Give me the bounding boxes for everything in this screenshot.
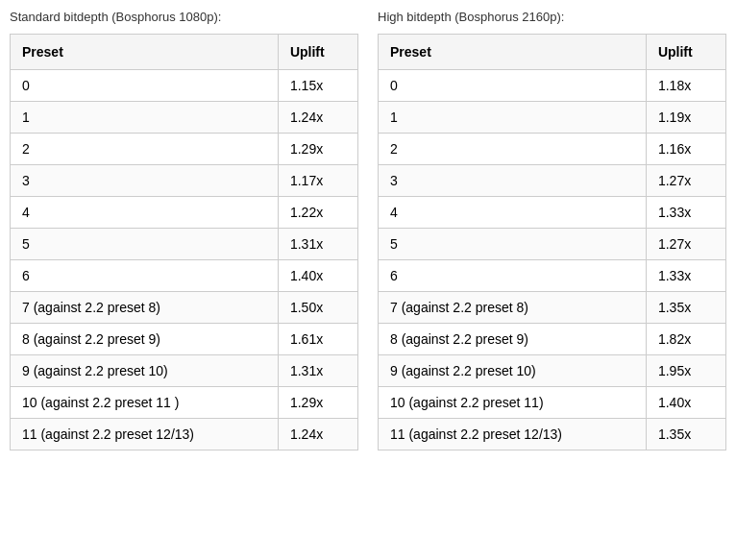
uplift-cell: 1.27x bbox=[646, 229, 725, 260]
table-row: 21.16x bbox=[379, 134, 726, 165]
preset-cell: 5 bbox=[11, 229, 279, 260]
preset-cell: 10 (against 2.2 preset 11) bbox=[379, 387, 647, 419]
uplift-cell: 1.82x bbox=[646, 324, 725, 355]
table-row: 31.17x bbox=[11, 165, 358, 197]
preset-cell: 4 bbox=[379, 197, 647, 229]
right-uplift-header: Uplift bbox=[646, 35, 725, 70]
preset-cell: 6 bbox=[11, 260, 279, 292]
preset-cell: 7 (against 2.2 preset 8) bbox=[379, 292, 647, 324]
preset-cell: 10 (against 2.2 preset 11 ) bbox=[11, 387, 279, 419]
table-row: 11.24x bbox=[11, 102, 358, 134]
left-table: Preset Uplift 01.15x11.24x21.29x31.17x41… bbox=[10, 34, 358, 450]
preset-cell: 2 bbox=[379, 134, 647, 165]
preset-cell: 2 bbox=[11, 134, 279, 165]
table-row: 10 (against 2.2 preset 11 )1.29x bbox=[11, 387, 358, 419]
right-table-section: High bitdepth (Bosphorus 2160p): Preset … bbox=[378, 10, 726, 450]
table-row: 8 (against 2.2 preset 9)1.61x bbox=[11, 324, 358, 355]
uplift-cell: 1.24x bbox=[278, 419, 357, 450]
table-row: 7 (against 2.2 preset 8)1.50x bbox=[11, 292, 358, 324]
uplift-cell: 1.50x bbox=[278, 292, 357, 324]
preset-cell: 8 (against 2.2 preset 9) bbox=[11, 324, 279, 355]
table-row: 61.40x bbox=[11, 260, 358, 292]
uplift-cell: 1.22x bbox=[278, 197, 357, 229]
left-table-section: Standard bitdepth (Bosphorus 1080p): Pre… bbox=[10, 10, 358, 450]
preset-cell: 9 (against 2.2 preset 10) bbox=[11, 355, 279, 387]
preset-cell: 11 (against 2.2 preset 12/13) bbox=[379, 419, 647, 450]
right-preset-header: Preset bbox=[379, 35, 647, 70]
table-row: 10 (against 2.2 preset 11)1.40x bbox=[379, 387, 726, 419]
table-row: 21.29x bbox=[11, 134, 358, 165]
uplift-cell: 1.19x bbox=[646, 102, 725, 134]
table-row: 41.33x bbox=[379, 197, 726, 229]
uplift-cell: 1.31x bbox=[278, 229, 357, 260]
page-container: Standard bitdepth (Bosphorus 1080p): Pre… bbox=[10, 10, 726, 450]
preset-cell: 6 bbox=[379, 260, 647, 292]
preset-cell: 3 bbox=[379, 165, 647, 197]
uplift-cell: 1.61x bbox=[278, 324, 357, 355]
uplift-cell: 1.24x bbox=[278, 102, 357, 134]
preset-cell: 4 bbox=[11, 197, 279, 229]
table-row: 9 (against 2.2 preset 10)1.95x bbox=[379, 355, 726, 387]
uplift-cell: 1.95x bbox=[646, 355, 725, 387]
uplift-cell: 1.40x bbox=[278, 260, 357, 292]
preset-cell: 7 (against 2.2 preset 8) bbox=[11, 292, 279, 324]
uplift-cell: 1.35x bbox=[646, 292, 725, 324]
uplift-cell: 1.33x bbox=[646, 197, 725, 229]
table-row: 51.31x bbox=[11, 229, 358, 260]
left-table-body: 01.15x11.24x21.29x31.17x41.22x51.31x61.4… bbox=[11, 70, 358, 450]
table-row: 8 (against 2.2 preset 9)1.82x bbox=[379, 324, 726, 355]
uplift-cell: 1.17x bbox=[278, 165, 357, 197]
table-row: 9 (against 2.2 preset 10)1.31x bbox=[11, 355, 358, 387]
preset-cell: 1 bbox=[379, 102, 647, 134]
uplift-cell: 1.35x bbox=[646, 419, 725, 450]
preset-cell: 9 (against 2.2 preset 10) bbox=[379, 355, 647, 387]
table-row: 7 (against 2.2 preset 8)1.35x bbox=[379, 292, 726, 324]
left-uplift-header: Uplift bbox=[278, 35, 357, 70]
table-row: 01.18x bbox=[379, 70, 726, 102]
right-table-header-row: Preset Uplift bbox=[379, 35, 726, 70]
uplift-cell: 1.33x bbox=[646, 260, 725, 292]
table-row: 41.22x bbox=[11, 197, 358, 229]
preset-cell: 11 (against 2.2 preset 12/13) bbox=[11, 419, 279, 450]
preset-cell: 0 bbox=[11, 70, 279, 102]
preset-cell: 0 bbox=[379, 70, 647, 102]
right-table-body: 01.18x11.19x21.16x31.27x41.33x51.27x61.3… bbox=[379, 70, 726, 450]
uplift-cell: 1.16x bbox=[646, 134, 725, 165]
uplift-cell: 1.27x bbox=[646, 165, 725, 197]
preset-cell: 8 (against 2.2 preset 9) bbox=[379, 324, 647, 355]
left-preset-header: Preset bbox=[11, 35, 279, 70]
right-table-title: High bitdepth (Bosphorus 2160p): bbox=[378, 10, 726, 24]
table-row: 01.15x bbox=[11, 70, 358, 102]
table-row: 11 (against 2.2 preset 12/13)1.24x bbox=[11, 419, 358, 450]
preset-cell: 1 bbox=[11, 102, 279, 134]
uplift-cell: 1.29x bbox=[278, 387, 357, 419]
table-row: 31.27x bbox=[379, 165, 726, 197]
left-table-header-row: Preset Uplift bbox=[11, 35, 358, 70]
table-row: 11.19x bbox=[379, 102, 726, 134]
uplift-cell: 1.18x bbox=[646, 70, 725, 102]
table-row: 61.33x bbox=[379, 260, 726, 292]
right-table: Preset Uplift 01.18x11.19x21.16x31.27x41… bbox=[378, 34, 726, 450]
left-table-title: Standard bitdepth (Bosphorus 1080p): bbox=[10, 10, 358, 24]
uplift-cell: 1.15x bbox=[278, 70, 357, 102]
preset-cell: 5 bbox=[379, 229, 647, 260]
table-row: 51.27x bbox=[379, 229, 726, 260]
uplift-cell: 1.40x bbox=[646, 387, 725, 419]
uplift-cell: 1.31x bbox=[278, 355, 357, 387]
preset-cell: 3 bbox=[11, 165, 279, 197]
table-row: 11 (against 2.2 preset 12/13)1.35x bbox=[379, 419, 726, 450]
uplift-cell: 1.29x bbox=[278, 134, 357, 165]
